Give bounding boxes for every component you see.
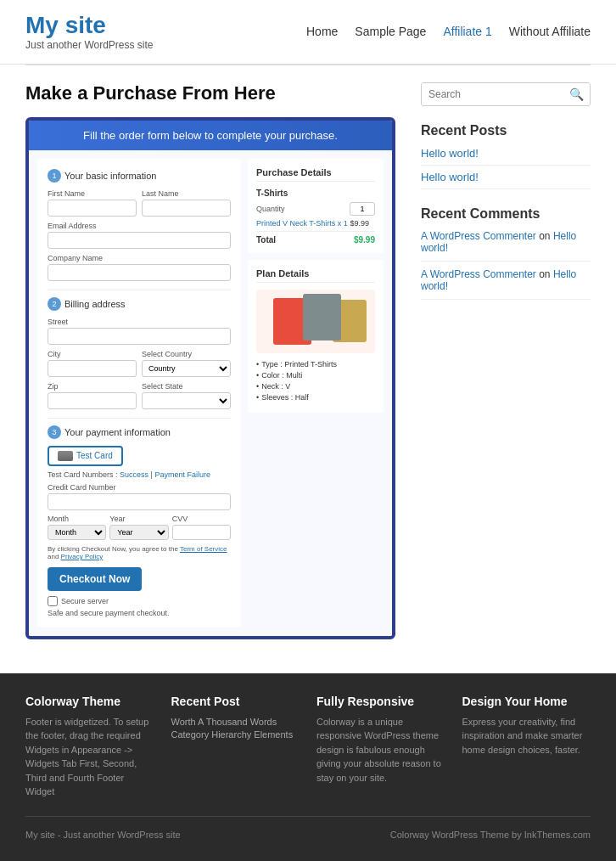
recent-comments-section: Recent Comments A WordPress Commenter on… <box>421 206 591 300</box>
secure-checkbox[interactable] <box>48 596 58 606</box>
terms-link[interactable]: Term of Service <box>180 545 227 553</box>
month-select[interactable]: Month <box>48 525 106 540</box>
footer-col1-title: Colorway Theme <box>25 695 154 708</box>
month-field: Month Month <box>48 515 106 540</box>
city-label: City <box>48 350 137 358</box>
site-header: My site Just another WordPress site Home… <box>0 0 616 65</box>
city-input[interactable] <box>48 360 137 377</box>
search-button[interactable]: 🔍 <box>563 83 591 105</box>
footer-bottom-right: Colorway WordPress Theme by InkThemes.co… <box>390 830 591 840</box>
first-name-group: First Name <box>48 189 137 217</box>
country-select[interactable]: Country <box>142 360 231 377</box>
zip-group: Zip <box>48 382 137 409</box>
plan-spec-color: Color : Multi <box>256 371 375 380</box>
country-label: Select Country <box>142 350 231 358</box>
cc-number-input[interactable] <box>48 493 231 510</box>
state-label: Select State <box>142 382 231 391</box>
payment-date-row: Month Month Year Year <box>48 515 231 540</box>
country-group: Select Country Country <box>142 350 231 377</box>
email-group: Email Address <box>48 222 231 249</box>
year-field: Year Year <box>109 515 168 540</box>
street-label: Street <box>48 318 231 326</box>
state-group: Select State <box>142 382 231 409</box>
recent-post-2[interactable]: Hello world! <box>421 171 591 189</box>
recent-posts-title: Recent Posts <box>421 123 591 138</box>
year-label: Year <box>109 515 168 523</box>
quantity-row: Quantity <box>256 202 375 216</box>
plan-spec-type: Type : Printed T-Shirts <box>256 360 375 369</box>
comment-2-author[interactable]: A WordPress Commenter <box>421 268 536 280</box>
footer-col4-title: Design Your Home <box>462 695 591 708</box>
footer-col-1: Colorway Theme Footer is widgetized. To … <box>25 695 154 799</box>
company-input[interactable] <box>48 264 231 281</box>
nav-home[interactable]: Home <box>306 25 338 38</box>
section2-num: 2 <box>48 297 61 311</box>
footer-col4-text: Express your creativity, find inspiratio… <box>462 715 591 757</box>
zip-label: Zip <box>48 382 137 391</box>
recent-comments-title: Recent Comments <box>421 206 591 222</box>
site-title: My site <box>25 13 154 39</box>
email-input[interactable] <box>48 232 231 249</box>
section3-title: 3 Your payment information <box>48 425 231 439</box>
comment-1: A WordPress Commenter on Hello world! <box>421 230 591 262</box>
zip-input[interactable] <box>48 392 137 409</box>
city-group: City <box>48 350 137 377</box>
state-select[interactable] <box>142 392 231 409</box>
plan-details-title: Plan Details <box>256 268 375 283</box>
footer-col1-text: Footer is widgetized. To setup the foote… <box>25 715 154 799</box>
company-group: Company Name <box>48 254 231 281</box>
checkout-button[interactable]: Checkout Now <box>48 567 142 591</box>
site-footer: Colorway Theme Footer is widgetized. To … <box>0 673 616 861</box>
product-name: T-Shirts <box>256 189 375 198</box>
test-card-button[interactable]: Test Card <box>48 446 123 466</box>
footer-col2-sub[interactable]: Category Hierarchy Elements <box>171 729 294 740</box>
total-row: Total $9.99 <box>256 231 375 245</box>
email-label: Email Address <box>48 222 231 230</box>
form-panel: 1 Your basic information First Name Last… <box>37 159 241 627</box>
recent-post-1[interactable]: Hello world! <box>421 147 591 166</box>
failure-link[interactable]: Payment Failure <box>154 470 210 479</box>
street-group: Street <box>48 318 231 345</box>
terms-text: By clicking Checkout Now, you agree to t… <box>48 545 231 560</box>
month-label: Month <box>48 515 106 523</box>
tshirt-gray <box>303 294 341 340</box>
page-title: Make a Purchase From Here <box>25 82 395 104</box>
tshirt-image <box>256 290 375 353</box>
details-panel: Purchase Details T-Shirts Quantity Print… <box>248 159 384 627</box>
success-link[interactable]: Success <box>120 470 148 479</box>
last-name-group: Last Name <box>142 189 231 217</box>
year-select[interactable]: Year <box>109 525 168 540</box>
footer-col2-link[interactable]: Worth A Thousand Words <box>171 717 277 727</box>
price-row: Printed V Neck T-Shirts x 1 $9.99 <box>256 219 375 228</box>
comment-1-author[interactable]: A WordPress Commenter <box>421 230 536 242</box>
first-name-label: First Name <box>48 189 137 198</box>
nav-without-affiliate[interactable]: Without Affiliate <box>509 25 591 38</box>
search-input[interactable] <box>422 83 563 105</box>
main-nav: Home Sample Page Affiliate 1 Without Aff… <box>306 25 591 38</box>
cc-number-group: Credit Card Number <box>48 483 231 510</box>
last-name-label: Last Name <box>142 189 231 198</box>
footer-col-4: Design Your Home Express your creativity… <box>462 695 591 799</box>
cvv-input[interactable] <box>172 525 231 540</box>
credit-card-icon <box>58 451 73 461</box>
privacy-link[interactable]: Privacy Policy <box>61 553 104 560</box>
footer-col-2: Recent Post Worth A Thousand Words Categ… <box>171 695 300 799</box>
last-name-input[interactable] <box>142 200 231 217</box>
content-area: Make a Purchase From Here Fill the order… <box>25 82 395 639</box>
nav-sample-page[interactable]: Sample Page <box>355 25 426 38</box>
city-country-row: City Select Country Country <box>48 350 231 377</box>
first-name-input[interactable] <box>48 200 137 217</box>
site-tagline: Just another WordPress site <box>25 39 154 51</box>
plan-spec-neck: Neck : V <box>256 382 375 391</box>
purchase-details-title: Purchase Details <box>256 167 375 182</box>
main-container: Make a Purchase From Here Fill the order… <box>0 65 616 656</box>
nav-affiliate1[interactable]: Affiliate 1 <box>443 25 491 38</box>
street-input[interactable] <box>48 328 231 345</box>
zip-state-row: Zip Select State <box>48 382 231 409</box>
secure-text: Safe and secure payment checkout. <box>48 609 231 617</box>
plan-details-card: Plan Details Type : Printed T-Shirts Col… <box>248 260 384 413</box>
test-card-info: Test Card Numbers : Success | Payment Fa… <box>48 470 231 479</box>
total-price: $9.99 <box>354 235 375 245</box>
cvv-field: CVV <box>172 515 231 540</box>
quantity-input[interactable] <box>350 202 375 216</box>
